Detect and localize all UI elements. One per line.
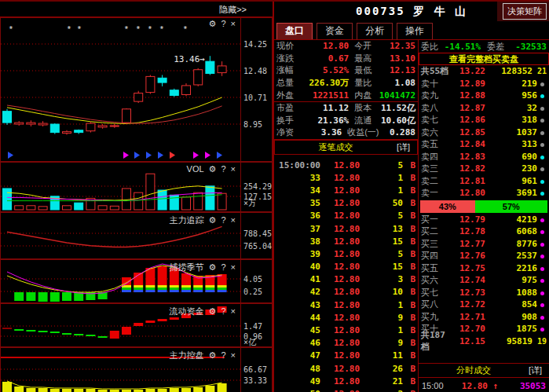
quote-value: 1221511: [302, 90, 349, 101]
tick-detail-link[interactable]: [详]: [397, 141, 417, 153]
tick-price: 12.80: [320, 236, 373, 247]
tick-time: 36: [276, 211, 320, 221]
main-force-control-title: 主力控盘: [170, 350, 204, 361]
tab-fenxi[interactable]: 分析: [357, 23, 393, 39]
level-label: 买一: [421, 214, 451, 225]
help-icon[interactable]: ?: [221, 20, 225, 28]
tick-time: 38: [276, 236, 320, 247]
level-price: 12.80: [451, 188, 485, 198]
level-price: 12.86: [451, 115, 485, 125]
tick-side: B: [403, 350, 415, 361]
kline-plot: ********13.46→: [1, 18, 241, 161]
sell-level-row[interactable]: 卖十12.89219: [419, 78, 549, 90]
gear-icon[interactable]: ⚙: [209, 263, 217, 272]
sell-level-row[interactable]: 卖三12.82230: [419, 163, 549, 175]
close-icon[interactable]: ×: [231, 20, 236, 28]
level-dot: [537, 312, 547, 321]
quote-label: 今开: [349, 40, 372, 52]
level-dot: [537, 276, 547, 285]
close-icon[interactable]: ×: [231, 216, 236, 225]
level-label: 买二: [421, 225, 451, 237]
minute-list-title: 分时成交: [419, 365, 529, 376]
trading-terminal: 隐藏>> ********13.46→ ⚙ ? × 14.2512.4810.7…: [0, 0, 549, 392]
weibi-value: -14.51%: [438, 42, 481, 52]
quote-label: 外盘: [276, 90, 302, 101]
quote-value: 226.30万: [302, 77, 349, 89]
gear-icon[interactable]: ⚙: [209, 351, 217, 360]
minute-detail-link[interactable]: [详]: [529, 365, 549, 376]
level-volume: 2216: [485, 263, 537, 273]
tick-row: 4712.8011B: [274, 350, 418, 362]
tab-pankou[interactable]: 盘口: [276, 23, 313, 39]
tick-row: 4812.8026B: [274, 362, 418, 375]
level-volume: 219: [485, 79, 537, 89]
buy-level-row[interactable]: 买四12.762537: [419, 250, 549, 262]
close-icon[interactable]: ×: [231, 263, 236, 272]
buy-level-row[interactable]: 买九12.71908: [419, 311, 549, 324]
tick-row: 4312.801B: [274, 299, 418, 311]
buy-level-row[interactable]: 买七12.731088: [419, 287, 549, 299]
level-dot: [537, 324, 547, 334]
help-icon[interactable]: ?: [221, 216, 225, 225]
tick-side: B: [403, 160, 415, 170]
gear-icon[interactable]: ⚙: [209, 165, 217, 174]
help-icon[interactable]: ?: [221, 165, 225, 174]
axis-label: 254.29: [243, 182, 272, 191]
sell-level-row[interactable]: 卖九12.88956: [419, 90, 549, 102]
quote-row: 总量226.30万量比1.08: [274, 77, 418, 90]
tab-caozuo[interactable]: 操作: [397, 23, 433, 39]
tick-side: B: [403, 224, 415, 234]
main-force-control-panel: 主力控盘 ⚙ ? × 66.6733.33: [0, 347, 273, 392]
help-icon[interactable]: ?: [221, 351, 225, 360]
help-icon[interactable]: ?: [221, 263, 225, 272]
sell-level-row[interactable]: 卖八12.8732: [419, 102, 549, 115]
close-icon[interactable]: ×: [231, 351, 236, 360]
quote-label: 涨跌: [276, 53, 302, 64]
sell-level-row[interactable]: 卖六12.851037: [419, 126, 549, 139]
gear-icon[interactable]: ⚙: [209, 216, 217, 225]
buy-level-row[interactable]: 买三12.778776: [419, 238, 549, 251]
tick-row: 3612.805B: [274, 210, 418, 222]
buy-level-row[interactable]: 买二12.786068: [419, 225, 549, 238]
level-volume: 690: [485, 152, 537, 162]
sell-level-row[interactable]: 卖七12.86318: [419, 114, 549, 126]
buy-summary-row: 共187档12.159581919: [419, 335, 549, 348]
quote-value: 13.10: [372, 53, 415, 64]
sell-level-row[interactable]: 卖二12.81961: [419, 175, 549, 188]
tick-price: 12.80: [320, 249, 373, 259]
tick-volume: 15: [373, 236, 403, 247]
close-icon[interactable]: ×: [231, 307, 236, 316]
sell-level-row[interactable]: 卖一12.803691: [419, 187, 549, 200]
dot: [540, 156, 544, 159]
tick-row: 3312.801B: [274, 171, 418, 184]
level-dot: [537, 288, 547, 297]
main-force-track-panel: 主力追踪 ⚙ ? × 788.45765.04: [0, 212, 273, 259]
buy-level-row[interactable]: 买六12.74975: [419, 274, 549, 287]
view-full-orderbook-link[interactable]: 查看完整档买卖盘: [419, 53, 549, 65]
level-label: 买九: [421, 311, 451, 323]
dot: [540, 107, 544, 111]
chart-column: 隐藏>> ********13.46→ ⚙ ? × 14.2512.4810.7…: [0, 2, 273, 392]
hide-panel-link[interactable]: 隐藏>>: [219, 4, 247, 16]
decision-matrix-button[interactable]: 决策矩阵: [503, 3, 547, 20]
level-label: 买六: [421, 274, 451, 286]
close-icon[interactable]: ×: [231, 165, 236, 174]
buy-level-row[interactable]: 买五12.752216: [419, 262, 549, 275]
level-dot: [537, 140, 547, 149]
sell-level-row[interactable]: 卖五12.84313: [419, 138, 549, 151]
fishing-season-title: 捕捞季节: [170, 262, 204, 273]
level-volume: 854: [485, 299, 537, 310]
level-volume: 2537: [485, 251, 537, 261]
help-icon[interactable]: ?: [221, 307, 225, 316]
buy-level-row[interactable]: 买一12.794219: [419, 214, 549, 226]
quote-label: 最低: [349, 64, 372, 76]
gear-icon[interactable]: ⚙: [209, 307, 217, 316]
last-trade-row: 15:00 12.80 ↑ 35053: [419, 378, 549, 392]
gear-icon[interactable]: ⚙: [209, 20, 217, 28]
sell-level-row[interactable]: 卖四12.83690: [419, 151, 549, 163]
buy-level-row[interactable]: 买八12.72854: [419, 299, 549, 311]
tab-zijin[interactable]: 资金: [317, 23, 353, 39]
tick-price: 12.80: [320, 287, 373, 297]
tick-price: 12.80: [320, 262, 373, 272]
volume-panel-title: VOL: [187, 164, 204, 174]
